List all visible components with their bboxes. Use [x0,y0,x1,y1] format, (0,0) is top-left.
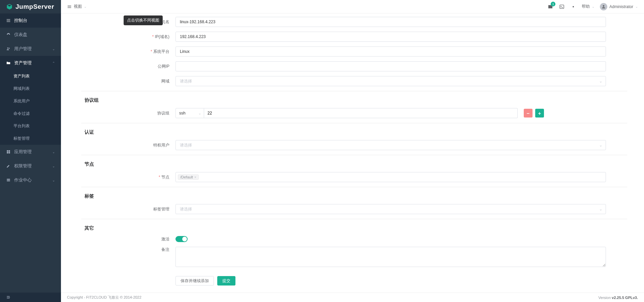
sidebar-item-label: 仪表盘 [14,32,27,38]
sidebar-item-asset-mgmt[interactable]: 资产管理 ⌃ [0,56,61,70]
user-name: Administrator [609,4,633,9]
svg-point-4 [603,5,605,7]
sidebar: JumpServer 控制台 仪表盘 用户管理 ⌄ 资产管理 ⌃ 资产列表 [0,0,61,302]
submenu-item-asset-list[interactable]: 资产列表 [0,70,61,82]
view-tooltip: 点击切换不同视图 [124,15,163,25]
submit-button[interactable]: 提交 [217,276,235,286]
sidebar-item-label: 资产管理 [14,60,32,66]
sidebar-item-label: 作业中心 [14,177,32,183]
comment-textarea[interactable] [175,247,606,267]
domain-select[interactable]: 请选择 ⌄ [175,76,606,86]
chevron-down-icon: ⌄ [52,47,55,51]
sidebar-item-job-center[interactable]: 作业中心 ⌄ [0,173,61,187]
platform-label: 系统平台 [81,49,175,55]
sidebar-item-dashboard[interactable]: 仪表盘 [0,28,61,42]
copyright-text: Copyright - FIT2CLOUD 飞致云 © 2014-2022 [67,295,141,300]
chevron-down-icon: ⌄ [84,5,87,8]
submenu-item-domain-list[interactable]: 网域列表 [0,82,61,95]
chevron-up-icon: ⌃ [52,61,55,65]
tasks-icon [6,178,11,182]
platform-select[interactable]: Linux [175,46,606,57]
edit-icon [6,164,11,168]
node-select[interactable]: /Default × [175,172,606,182]
form-content: 主机名 IP(域名) 系统平台 Linux 公网IP [61,13,644,293]
chevron-down-icon: ⌄ [52,150,55,154]
sidebar-item-app-mgmt[interactable]: 应用管理 ⌄ [0,145,61,159]
footer: Copyright - FIT2CLOUD 飞致云 © 2014-2022 Ve… [61,293,644,302]
sidebar-item-perm-mgmt[interactable]: 权限管理 ⌄ [0,159,61,173]
submenu-asset: 资产列表 网域列表 系统用户 命令过滤 平台列表 标签管理 [0,70,61,145]
submenu-item-system-user[interactable]: 系统用户 [0,95,61,107]
sidebar-item-user-mgmt[interactable]: 用户管理 ⌄ [0,42,61,56]
auth-section-title: 认证 [85,129,627,135]
svg-point-3 [573,6,574,7]
admin-user-label: 特权用户 [81,142,175,148]
grid-icon [6,149,11,154]
node-tag-label: /Default [180,175,193,179]
save-continue-button[interactable]: 保存并继续添加 [175,276,214,286]
submenu-item-platform-list[interactable]: 平台列表 [0,120,61,132]
logo-icon [6,3,13,10]
chevron-down-icon: ⌄ [599,207,602,211]
platform-value: Linux [180,49,190,54]
settings-icon[interactable] [570,4,576,10]
protocol-name-select[interactable]: ssh ⌄ [175,108,204,118]
ip-input[interactable] [175,32,606,42]
node-label: 节点 [81,174,175,180]
version-text: Version v2.25.5 GPLv3. [599,296,638,300]
public-ip-input[interactable] [175,61,606,71]
submenu-item-label-mgmt[interactable]: 标签管理 [0,132,61,145]
chevron-down-icon: ⌄ [52,164,55,168]
svg-point-0 [7,47,9,49]
sidebar-menu: 仪表盘 用户管理 ⌄ 资产管理 ⌃ 资产列表 网域列表 系统用户 命令过滤 平台… [0,28,61,293]
mail-icon[interactable]: 1 [547,4,553,10]
admin-user-select[interactable]: 请选择 ⌄ [175,140,606,150]
protocol-remove-button[interactable]: − [524,109,533,118]
comment-label: 备注 [81,247,175,253]
protocol-port-input[interactable] [204,108,518,118]
chevron-down-icon: ⌄ [599,143,602,147]
menu-icon [67,4,72,9]
chevron-down-icon: ⌄ [599,79,602,83]
labels-label: 标签管理 [81,206,175,212]
sidebar-header[interactable]: 控制台 [0,13,61,28]
other-section-title: 其它 [85,225,627,231]
domain-label: 网域 [81,78,175,84]
active-label: 激活 [81,236,175,242]
svg-point-1 [9,48,10,49]
chevron-down-icon: ⌄ [198,111,201,115]
sidebar-collapse[interactable] [0,293,61,302]
console-icon [6,18,11,23]
sidebar-item-label: 应用管理 [14,149,32,155]
avatar [600,3,607,10]
terminal-icon[interactable] [559,4,565,10]
mail-badge: 1 [551,2,555,6]
active-toggle[interactable] [175,236,188,242]
logo: JumpServer [0,0,61,13]
help-label: 帮助 [582,4,590,9]
hostname-input[interactable] [175,17,606,27]
view-toggle[interactable]: 视图 ⌄ [67,4,87,9]
folder-icon [6,61,11,65]
label-section-title: 标签 [85,193,627,199]
close-icon[interactable]: × [194,175,196,179]
users-icon [6,46,11,51]
help-link[interactable]: 帮助 ⌄ [582,4,594,9]
svg-rect-2 [560,5,564,8]
topbar: 视图 ⌄ 1 帮助 ⌄ [61,0,644,13]
sidebar-item-label: 用户管理 [14,46,32,52]
user-menu[interactable]: Administrator ⌄ [600,3,638,10]
labels-placeholder: 请选择 [180,206,192,212]
public-ip-label: 公网IP [81,64,175,69]
node-tag: /Default × [178,174,199,180]
main: 视图 ⌄ 1 帮助 ⌄ [61,0,644,302]
domain-placeholder: 请选择 [180,78,192,84]
labels-select[interactable]: 请选择 ⌄ [175,204,606,214]
sidebar-header-label: 控制台 [14,18,27,24]
dashboard-icon [6,32,11,37]
protocol-add-button[interactable]: + [535,109,544,118]
protocol-name-value: ssh [179,111,186,115]
submenu-item-cmd-filter[interactable]: 命令过滤 [0,107,61,120]
chevron-down-icon: ⌄ [635,5,638,8]
protocol-section-title: 协议组 [85,97,627,103]
